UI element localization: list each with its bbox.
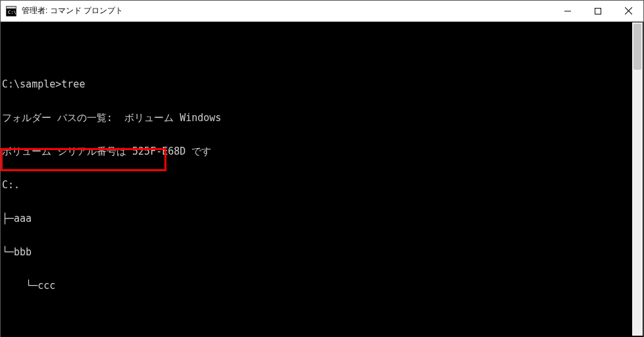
terminal-line: ボリューム シリアル番号は 525F-E68D です: [2, 146, 643, 157]
vertical-scrollbar[interactable]: [632, 22, 643, 336]
cmd-icon: C:\: [6, 6, 16, 16]
terminal-line: C:\sample>tree: [2, 79, 643, 90]
window-title: 管理者: コマンド プロンプト: [22, 5, 123, 16]
minimize-button[interactable]: [553, 1, 583, 22]
terminal-line: C:.: [2, 180, 643, 191]
scroll-thumb[interactable]: [633, 24, 641, 70]
terminal-line: └─ccc: [2, 280, 643, 292]
terminal-line: フォルダー パスの一覧: ボリューム Windows: [2, 113, 643, 124]
titlebar[interactable]: C:\ 管理者: コマンド プロンプト: [1, 1, 643, 22]
svg-text:C:\: C:\: [8, 10, 16, 15]
close-button[interactable]: [613, 1, 643, 22]
maximize-button[interactable]: [583, 1, 613, 22]
svg-rect-1: [7, 7, 16, 9]
terminal-line: └─bbb: [2, 247, 643, 258]
svg-rect-4: [595, 8, 601, 14]
terminal-area[interactable]: C:\sample>tree フォルダー パスの一覧: ボリューム Window…: [1, 22, 643, 337]
command-prompt-window: C:\ 管理者: コマンド プロンプト C:\sample>tree フォルダー…: [0, 0, 644, 337]
terminal-line: ├─aaa: [2, 213, 643, 224]
